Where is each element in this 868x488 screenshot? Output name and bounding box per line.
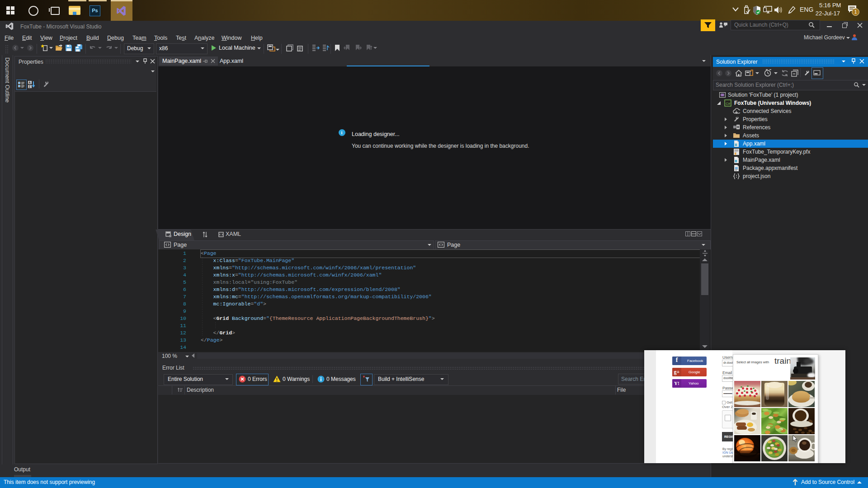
svg-text:A: A xyxy=(28,81,31,84)
svg-text:Z: Z xyxy=(29,85,31,88)
svg-text:C#: C# xyxy=(726,102,731,106)
